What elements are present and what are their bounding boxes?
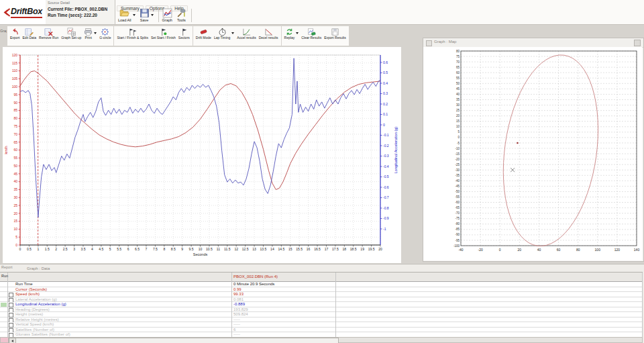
table-row-satellites-number-of: Satellites (Number of)6 <box>0 328 643 333</box>
channel-value: 193.829 <box>233 307 248 313</box>
svg-text:60: 60 <box>456 71 460 75</box>
svg-text:0.3: 0.3 <box>383 91 388 95</box>
toolbar-separator <box>158 9 159 22</box>
toolbar-button-export-results[interactable]: Export Results <box>323 27 347 40</box>
map-panel: Graph : Map -100-95-90-85-80-75-70-65-60… <box>423 38 644 262</box>
svg-text:-70: -70 <box>455 211 460 215</box>
window-control-button[interactable] <box>634 40 641 46</box>
svg-text:80: 80 <box>456 50 460 53</box>
toolbar-button-lap-timing[interactable]: Lap Timing <box>213 27 235 40</box>
table-header-row: PBOX_002.DBN (Run 4) <box>0 273 643 282</box>
svg-text:85: 85 <box>13 108 17 112</box>
logo-swoosh-icon <box>3 7 11 17</box>
svg-text:45: 45 <box>13 172 17 176</box>
channel-value: ----- <box>233 317 240 323</box>
toolbar-button-remove-run[interactable]: Remove Run <box>38 27 60 40</box>
svg-text:4: 4 <box>91 247 93 251</box>
toolbar-button-edit-data[interactable]: Edit Data <box>21 27 38 40</box>
svg-text:0: 0 <box>383 123 385 127</box>
map-title: Graph : Map <box>434 40 456 44</box>
svg-text:15.5: 15.5 <box>296 247 303 251</box>
channel-value: 0.99 <box>233 287 241 293</box>
svg-text:3: 3 <box>73 247 75 251</box>
channel-value: 0 Minute 20.9 Seconds <box>233 282 274 287</box>
dropdown-arrow-icon[interactable] <box>296 32 299 34</box>
svg-text:7: 7 <box>146 247 148 251</box>
toolbar-button-save[interactable]: Save <box>138 8 155 22</box>
toolbar-button-drift-mode[interactable]: Drift Mode <box>195 27 213 40</box>
toolbar-button-load-all[interactable]: Load All <box>117 8 137 22</box>
svg-text:30: 30 <box>13 195 17 199</box>
set-start-finish-icon <box>159 27 168 36</box>
svg-text:50: 50 <box>13 164 17 168</box>
toolbar-button-graph-set-up[interactable]: Graph Set-up <box>60 27 83 40</box>
svg-text:25: 25 <box>456 109 460 112</box>
toolbar-button-graph[interactable]: Graph <box>161 8 174 22</box>
svg-text:15: 15 <box>288 247 292 251</box>
data-table-title: Graph : Data <box>27 266 50 271</box>
channel-label: Vertical Speed (km/h) <box>15 322 54 328</box>
horizontal-scrollbar[interactable] <box>0 337 643 343</box>
clear-results-icon <box>307 27 316 36</box>
dropdown-arrow-icon[interactable] <box>151 14 154 16</box>
toolbar-group: Drift ModeLap TimingAccel resultsDecel r… <box>193 26 282 46</box>
channel-label: Longitudinal Acceleration (g) <box>15 302 66 307</box>
toolbar-button-start-finish-splits[interactable]: Start / Finish & Splits <box>115 27 149 40</box>
report-dock-tab[interactable]: Report <box>1 265 13 269</box>
toolbar-button-label: Graph Set-up <box>61 36 81 40</box>
toolbar-button-decel-results[interactable]: Decel results <box>258 27 280 40</box>
svg-text:90: 90 <box>13 101 17 105</box>
table-row-vertical-speed-km-h: Vertical Speed (km/h)----- <box>0 322 643 328</box>
svg-text:9: 9 <box>181 247 183 251</box>
toolbar-button-sectors[interactable]: Sectors <box>177 27 191 40</box>
table-row-lateral-acceleration-g: Lateral Acceleration (g)0.081 <box>0 297 643 303</box>
svg-text:7.5: 7.5 <box>153 247 158 251</box>
svg-text:14: 14 <box>270 247 274 251</box>
svg-text:-5: -5 <box>457 142 460 145</box>
svg-text:19: 19 <box>360 247 364 251</box>
edit-data-icon <box>25 27 34 36</box>
svg-text:2: 2 <box>55 247 57 251</box>
table-grid-line <box>231 273 232 338</box>
svg-text:120: 120 <box>12 53 18 57</box>
svg-text:-90: -90 <box>455 233 460 236</box>
drift-mode-icon <box>199 27 208 36</box>
svg-text:Seconds: Seconds <box>193 252 208 256</box>
speed-accel-chart[interactable]: 0510152025303540455055606570758085909510… <box>3 47 401 263</box>
track-map-chart[interactable]: -100-95-90-85-80-75-70-65-60-55-50-45-40… <box>423 47 642 260</box>
toolbar-button-export[interactable]: Export <box>9 27 21 40</box>
accel-results-icon <box>242 27 251 36</box>
toolbar-button-replay[interactable]: Replay <box>283 27 301 40</box>
toolbar-button-clear-results[interactable]: Clear Results <box>300 27 323 40</box>
channel-label: Lateral Acceleration (g) <box>15 297 57 303</box>
scrollbar-thumb[interactable] <box>15 338 339 343</box>
dropdown-arrow-icon[interactable] <box>94 32 97 34</box>
map-titlebar: Graph : Map <box>423 38 643 48</box>
dropdown-arrow-icon[interactable] <box>231 32 234 34</box>
toolbar-button-set-start-finish[interactable]: Set Start / Finish <box>150 27 177 40</box>
svg-text:40: 40 <box>456 93 460 96</box>
channel-label: Relative Height (metres) <box>15 317 59 323</box>
logo-text: DriftBox <box>11 7 42 18</box>
graph-icon <box>162 8 172 18</box>
scroll-left-icon <box>11 340 13 342</box>
svg-text:km/h: km/h <box>4 146 8 154</box>
channel-value: ----- <box>233 322 240 328</box>
data-panel: Report Graph : Data PBOX_002.DBN (Run 4)… <box>0 264 644 343</box>
toolbar-button-label: Start / Finish & Splits <box>117 36 148 40</box>
load-all-icon <box>119 8 129 18</box>
table-row-relative-height-metres: Relative Height (metres)----- <box>0 317 643 323</box>
toolbar-button-print[interactable]: Print <box>83 27 98 40</box>
position-marker <box>517 142 519 144</box>
svg-text:3.5: 3.5 <box>80 247 85 251</box>
svg-text:-65: -65 <box>455 206 460 209</box>
data-table: PBOX_002.DBN (Run 4)Run Time0 Minute 20.… <box>0 272 643 338</box>
toolbar-button-label: Export Results <box>324 36 346 40</box>
svg-text:-15: -15 <box>455 152 460 156</box>
toolbar-button-g-circle[interactable]: G-circle <box>98 27 112 40</box>
dropdown-arrow-icon[interactable] <box>133 14 136 16</box>
toolbar-button-tools[interactable]: Tools <box>175 8 188 22</box>
svg-text:5: 5 <box>15 235 17 239</box>
replay-icon <box>285 27 294 36</box>
toolbar-button-accel-results[interactable]: Accel results <box>235 27 257 40</box>
